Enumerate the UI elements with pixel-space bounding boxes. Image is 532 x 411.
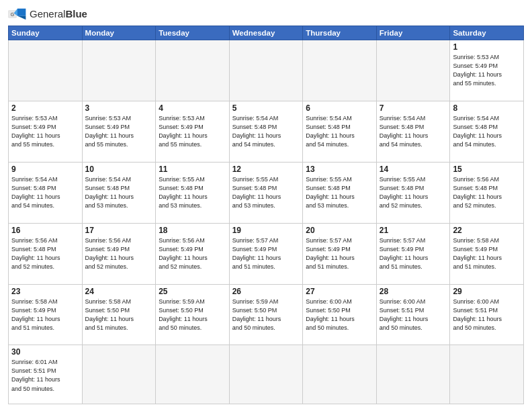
- calendar-cell: [156, 345, 230, 404]
- calendar-cell: 9Sunrise: 5:54 AM Sunset: 5:48 PM Daylig…: [9, 162, 83, 223]
- calendar-cell: 4Sunrise: 5:53 AM Sunset: 5:49 PM Daylig…: [156, 101, 230, 162]
- header: G GeneralBlue: [8, 7, 524, 21]
- day-info: Sunrise: 6:00 AM Sunset: 5:50 PM Dayligh…: [306, 298, 373, 332]
- week-row-6: 30Sunrise: 6:01 AM Sunset: 5:51 PM Dayli…: [9, 345, 524, 404]
- day-number: 10: [85, 165, 153, 174]
- day-info: Sunrise: 5:56 AM Sunset: 5:48 PM Dayligh…: [11, 236, 79, 271]
- day-info: Sunrise: 5:55 AM Sunset: 5:48 PM Dayligh…: [159, 175, 226, 210]
- calendar-cell: 21Sunrise: 5:57 AM Sunset: 5:49 PM Dayli…: [376, 223, 450, 284]
- calendar-cell: 15Sunrise: 5:56 AM Sunset: 5:48 PM Dayli…: [450, 162, 524, 223]
- day-number: 8: [453, 103, 521, 113]
- day-info: Sunrise: 5:57 AM Sunset: 5:49 PM Dayligh…: [232, 236, 300, 271]
- day-info: Sunrise: 5:54 AM Sunset: 5:48 PM Dayligh…: [453, 114, 521, 149]
- calendar-cell: 18Sunrise: 5:56 AM Sunset: 5:49 PM Dayli…: [156, 223, 230, 284]
- calendar-cell: 19Sunrise: 5:57 AM Sunset: 5:49 PM Dayli…: [229, 223, 303, 284]
- calendar-cell: 30Sunrise: 6:01 AM Sunset: 5:51 PM Dayli…: [9, 345, 83, 404]
- week-row-5: 23Sunrise: 5:58 AM Sunset: 5:49 PM Dayli…: [9, 284, 524, 345]
- svg-text:G: G: [11, 12, 14, 17]
- day-info: Sunrise: 5:56 AM Sunset: 5:48 PM Dayligh…: [453, 175, 521, 210]
- calendar-cell: [450, 345, 524, 404]
- calendar-cell: 3Sunrise: 5:53 AM Sunset: 5:49 PM Daylig…: [82, 101, 156, 162]
- day-header-wednesday: Wednesday: [229, 26, 303, 40]
- calendar-cell: [156, 40, 230, 101]
- calendar-cell: [9, 40, 83, 101]
- day-header-thursday: Thursday: [303, 26, 377, 40]
- day-info: Sunrise: 5:54 AM Sunset: 5:48 PM Dayligh…: [306, 114, 373, 149]
- calendar-cell: [376, 345, 450, 404]
- day-number: 25: [159, 287, 226, 296]
- day-info: Sunrise: 5:58 AM Sunset: 5:50 PM Dayligh…: [85, 298, 153, 332]
- calendar-cell: 5Sunrise: 5:54 AM Sunset: 5:48 PM Daylig…: [229, 101, 303, 162]
- calendar-cell: 26Sunrise: 5:59 AM Sunset: 5:50 PM Dayli…: [229, 284, 303, 345]
- calendar-body: 1Sunrise: 5:53 AM Sunset: 5:49 PM Daylig…: [9, 40, 524, 404]
- day-number: 12: [232, 165, 300, 174]
- day-info: Sunrise: 5:54 AM Sunset: 5:48 PM Dayligh…: [85, 175, 153, 210]
- calendar-cell: 22Sunrise: 5:58 AM Sunset: 5:49 PM Dayli…: [450, 223, 524, 284]
- day-number: 15: [453, 165, 521, 174]
- day-header-saturday: Saturday: [450, 26, 524, 40]
- calendar-cell: 8Sunrise: 5:54 AM Sunset: 5:48 PM Daylig…: [450, 101, 524, 162]
- day-number: 16: [11, 226, 79, 235]
- day-info: Sunrise: 5:57 AM Sunset: 5:49 PM Dayligh…: [380, 236, 447, 271]
- day-info: Sunrise: 5:55 AM Sunset: 5:48 PM Dayligh…: [380, 175, 447, 210]
- day-info: Sunrise: 5:59 AM Sunset: 5:50 PM Dayligh…: [159, 298, 226, 332]
- day-number: 27: [306, 287, 373, 296]
- day-number: 1: [453, 42, 521, 52]
- day-number: 14: [380, 165, 447, 174]
- calendar-cell: [376, 40, 450, 101]
- day-number: 18: [159, 226, 226, 235]
- day-number: 23: [11, 287, 79, 296]
- week-row-1: 1Sunrise: 5:53 AM Sunset: 5:49 PM Daylig…: [9, 40, 524, 101]
- day-number: 30: [11, 347, 79, 357]
- day-number: 17: [85, 226, 153, 235]
- calendar-cell: [303, 40, 377, 101]
- calendar-cell: 24Sunrise: 5:58 AM Sunset: 5:50 PM Dayli…: [82, 284, 156, 345]
- day-info: Sunrise: 5:54 AM Sunset: 5:48 PM Dayligh…: [11, 175, 79, 210]
- day-number: 7: [380, 103, 447, 113]
- week-row-4: 16Sunrise: 5:56 AM Sunset: 5:48 PM Dayli…: [9, 223, 524, 284]
- calendar-cell: [82, 345, 156, 404]
- day-number: 4: [159, 103, 226, 113]
- calendar-cell: 11Sunrise: 5:55 AM Sunset: 5:48 PM Dayli…: [156, 162, 230, 223]
- day-number: 9: [11, 165, 79, 174]
- day-number: 13: [306, 165, 373, 174]
- calendar-cell: 2Sunrise: 5:53 AM Sunset: 5:49 PM Daylig…: [9, 101, 83, 162]
- logo-icon: G: [8, 7, 27, 21]
- week-row-2: 2Sunrise: 5:53 AM Sunset: 5:49 PM Daylig…: [9, 101, 524, 162]
- svg-marker-3: [17, 16, 26, 20]
- day-info: Sunrise: 5:53 AM Sunset: 5:49 PM Dayligh…: [85, 114, 153, 149]
- day-number: 2: [11, 103, 79, 113]
- day-info: Sunrise: 5:53 AM Sunset: 5:49 PM Dayligh…: [159, 114, 226, 149]
- day-number: 5: [232, 103, 300, 113]
- day-number: 19: [232, 226, 300, 235]
- day-header-tuesday: Tuesday: [156, 26, 230, 40]
- day-number: 28: [380, 287, 447, 296]
- page: G GeneralBlue SundayMondayTuesdayWednesd…: [0, 0, 532, 411]
- day-info: Sunrise: 5:53 AM Sunset: 5:49 PM Dayligh…: [453, 53, 521, 88]
- calendar-header: SundayMondayTuesdayWednesdayThursdayFrid…: [9, 26, 524, 40]
- calendar-cell: 7Sunrise: 5:54 AM Sunset: 5:48 PM Daylig…: [376, 101, 450, 162]
- day-info: Sunrise: 5:53 AM Sunset: 5:49 PM Dayligh…: [11, 114, 79, 149]
- day-header-monday: Monday: [82, 26, 156, 40]
- day-number: 22: [453, 226, 521, 235]
- day-number: 3: [85, 103, 153, 113]
- calendar-cell: 28Sunrise: 6:00 AM Sunset: 5:51 PM Dayli…: [376, 284, 450, 345]
- day-info: Sunrise: 5:54 AM Sunset: 5:48 PM Dayligh…: [380, 114, 447, 149]
- day-info: Sunrise: 5:59 AM Sunset: 5:50 PM Dayligh…: [232, 298, 300, 332]
- day-info: Sunrise: 5:58 AM Sunset: 5:49 PM Dayligh…: [453, 236, 521, 271]
- calendar-cell: [229, 40, 303, 101]
- logo-name: GeneralBlue: [30, 8, 87, 19]
- day-info: Sunrise: 5:55 AM Sunset: 5:48 PM Dayligh…: [306, 175, 373, 210]
- calendar-cell: 14Sunrise: 5:55 AM Sunset: 5:48 PM Dayli…: [376, 162, 450, 223]
- day-number: 21: [380, 226, 447, 235]
- calendar-cell: [229, 345, 303, 404]
- day-number: 29: [453, 287, 521, 296]
- day-info: Sunrise: 5:57 AM Sunset: 5:49 PM Dayligh…: [306, 236, 373, 271]
- calendar-cell: 6Sunrise: 5:54 AM Sunset: 5:48 PM Daylig…: [303, 101, 377, 162]
- day-header-sunday: Sunday: [9, 26, 83, 40]
- day-number: 24: [85, 287, 153, 296]
- calendar-cell: [303, 345, 377, 404]
- days-of-week-row: SundayMondayTuesdayWednesdayThursdayFrid…: [9, 26, 524, 40]
- day-info: Sunrise: 5:56 AM Sunset: 5:49 PM Dayligh…: [159, 236, 226, 271]
- logo-text: GeneralBlue: [30, 8, 87, 20]
